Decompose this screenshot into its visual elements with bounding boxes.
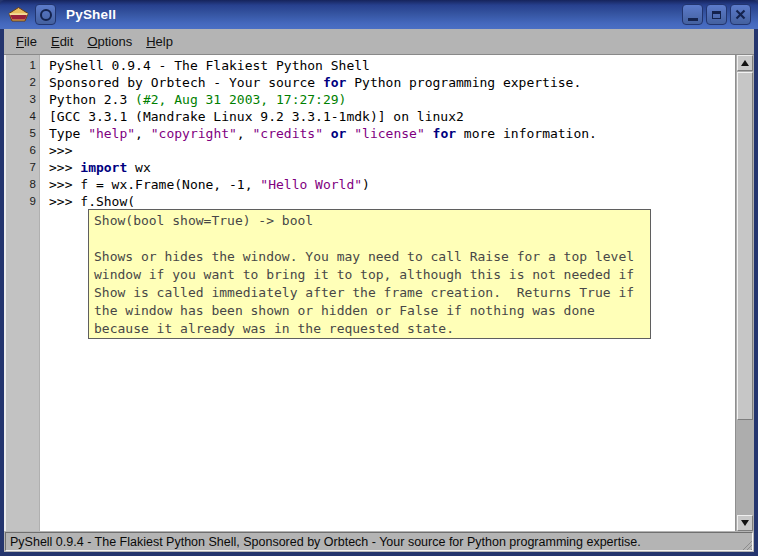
code-segment: "Hello World": [260, 177, 362, 192]
status-text: PyShell 0.9.4 - The Flakiest Python Shel…: [5, 532, 753, 551]
shell-line: 1PyShell 0.9.4 - The Flakiest Python She…: [6, 57, 735, 74]
line-text: >>> import wx: [39, 159, 151, 176]
calltip-line: Show(bool show=True) -> bool: [94, 212, 650, 230]
code-segment: for: [433, 126, 456, 141]
pie-icon[interactable]: [7, 5, 29, 25]
menu-item-accel: O: [87, 34, 97, 49]
menu-item-label: ile: [24, 34, 37, 49]
code-segment: for: [323, 75, 346, 90]
line-text: Python 2.3 (#2, Aug 31 2003, 17:27:29): [39, 91, 346, 108]
line-number: 6: [6, 142, 39, 159]
code-segment: import: [80, 160, 127, 175]
menu-item-label: ptions: [98, 34, 133, 49]
code-segment: Sponsored by Orbtech - Your source: [49, 75, 323, 90]
code-segment: or: [331, 126, 347, 141]
line-number: 9: [6, 193, 39, 210]
code-segment: >>> f.Show(: [49, 194, 135, 209]
shell-line: 6>>>: [6, 142, 735, 159]
shell-editor[interactable]: 1PyShell 0.9.4 - The Flakiest Python She…: [4, 55, 754, 531]
code-segment: "help": [88, 126, 135, 141]
menu-item-help[interactable]: Help: [139, 29, 180, 54]
calltip-line: Shows or hides the window. You may need …: [94, 248, 650, 266]
menu-item-label: dit: [60, 34, 74, 49]
code-segment: (#2, Aug 31 2003, 17:27:29): [135, 92, 346, 107]
triangle-up-icon: [741, 60, 749, 66]
calltip-line: the window has been shown or hidden or F…: [94, 302, 650, 320]
shell-line: 5Type "help", "copyright", "credits" or …: [6, 125, 735, 142]
shell-line: 4[GCC 3.3.1 (Mandrake Linux 9.2 3.3.1-1m…: [6, 108, 735, 125]
calltip-line: window if you want to bring it to top, a…: [94, 266, 650, 284]
maximize-button[interactable]: [706, 4, 727, 25]
maximize-icon: [712, 11, 721, 19]
resize-grip-icon[interactable]: [739, 537, 753, 551]
sticky-button[interactable]: [35, 4, 56, 25]
code-segment: Python 2.3: [49, 92, 135, 107]
code-segment: ,: [135, 126, 151, 141]
code-segment: "copyright": [151, 126, 237, 141]
menubar-items: FileEditOptionsHelp: [4, 29, 754, 55]
line-text: [GCC 3.3.1 (Mandrake Linux 9.2 3.3.1-1md…: [39, 108, 464, 125]
line-number: 8: [6, 176, 39, 193]
line-number: 4: [6, 108, 39, 125]
code-segment: [425, 126, 433, 141]
shell-line: 7>>> import wx: [6, 159, 735, 176]
shell-lines: 1PyShell 0.9.4 - The Flakiest Python She…: [6, 57, 735, 210]
menu-item-accel: H: [146, 34, 155, 49]
code-segment: Python programming expertise.: [346, 75, 581, 90]
code-segment: "license": [354, 126, 424, 141]
line-number: 5: [6, 125, 39, 142]
shell-line: 2Sponsored by Orbtech - Your source for …: [6, 74, 735, 91]
calltip-line: because it already was in the requested …: [94, 320, 650, 338]
triangle-down-icon: [741, 520, 749, 526]
scroll-up-button[interactable]: [737, 55, 753, 71]
line-text: Type "help", "copyright", "credits" or "…: [39, 125, 597, 142]
line-number: 1: [6, 57, 39, 74]
line-text: PyShell 0.9.4 - The Flakiest Python Shel…: [39, 57, 370, 74]
calltip-line: Show is called immediately after the fra…: [94, 284, 650, 302]
shell-line: 9>>> f.Show(: [6, 193, 735, 210]
calltip-text: Show(bool show=True) -> boolShows or hid…: [94, 212, 650, 338]
code-segment: wx: [127, 160, 150, 175]
scrollbar-thumb[interactable]: [737, 72, 753, 420]
code-segment: >>> f = wx.Frame(None, -1,: [49, 177, 260, 192]
close-icon: [735, 9, 746, 20]
pyshell-window: PyShell FileEditOptionsHelp 1PyShell 0.9…: [0, 0, 758, 556]
minimize-icon: [688, 18, 698, 21]
code-segment: [GCC 3.3.1 (Mandrake Linux 9.2 3.3.1-1md…: [49, 109, 464, 124]
calltip-popup: Show(bool show=True) -> boolShows or hid…: [88, 209, 651, 339]
code-segment: ): [362, 177, 370, 192]
line-text: Sponsored by Orbtech - Your source for P…: [39, 74, 581, 91]
code-segment: "credits": [253, 126, 323, 141]
status-bar: PyShell 0.9.4 - The Flakiest Python Shel…: [4, 531, 754, 552]
line-number: 3: [6, 91, 39, 108]
shell-line: 8>>> f = wx.Frame(None, -1, "Hello World…: [6, 176, 735, 193]
title-bar[interactable]: PyShell: [0, 0, 758, 29]
menu-item-file[interactable]: File: [9, 29, 44, 54]
code-segment: ,: [237, 126, 253, 141]
close-button[interactable]: [730, 4, 751, 25]
line-text: >>>: [39, 142, 80, 159]
code-segment: Type: [49, 126, 88, 141]
line-number: 2: [6, 74, 39, 91]
menu-item-edit[interactable]: Edit: [44, 29, 80, 54]
menu-item-label: elp: [156, 34, 173, 49]
scroll-down-button[interactable]: [737, 515, 753, 531]
calltip-line: [94, 230, 650, 248]
code-segment: >>>: [49, 160, 80, 175]
circle-icon: [40, 9, 52, 21]
shell-line: 3Python 2.3 (#2, Aug 31 2003, 17:27:29): [6, 91, 735, 108]
menu-item-accel: E: [51, 34, 60, 49]
code-segment: [323, 126, 331, 141]
menu-item-accel: F: [16, 34, 24, 49]
code-segment: PyShell 0.9.4 - The Flakiest Python Shel…: [49, 58, 370, 73]
line-text: >>> f = wx.Frame(None, -1, "Hello World"…: [39, 176, 370, 193]
vertical-scrollbar[interactable]: [735, 55, 754, 531]
menu-item-options[interactable]: Options: [80, 29, 139, 54]
code-segment: more information.: [456, 126, 597, 141]
line-number: 7: [6, 159, 39, 176]
minimize-button[interactable]: [682, 4, 703, 25]
line-text: >>> f.Show(: [39, 193, 135, 210]
code-segment: >>>: [49, 143, 80, 158]
window-title: PyShell: [66, 7, 116, 22]
